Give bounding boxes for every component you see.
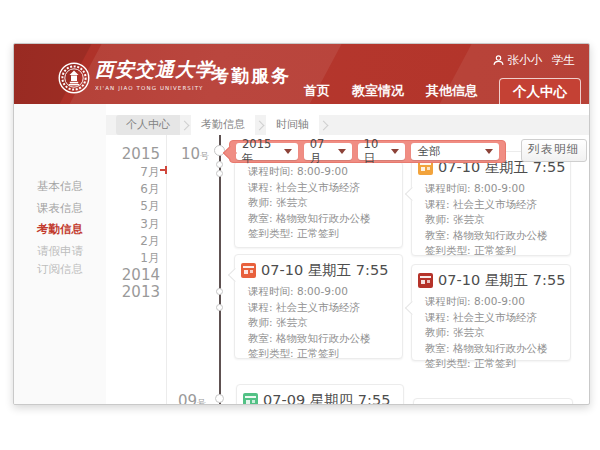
calendar-icon (243, 393, 258, 405)
timeline-year[interactable]: 2015 (104, 145, 160, 163)
day-marker: 09号 (178, 391, 206, 405)
attendance-card[interactable]: 07-10 星期五 7:55 课程时间: 8:00-9:00 课程: 社会主义市… (234, 254, 403, 359)
banner-arrow (223, 146, 237, 160)
nav-item-other-info[interactable]: 其他信息 (415, 79, 489, 104)
timeline-month[interactable]: 6月 (104, 181, 160, 198)
user-menu[interactable]: 张小小 学生 (493, 53, 576, 68)
breadcrumb-personal-center[interactable]: 个人中心 (116, 115, 180, 135)
user-role: 学生 (552, 53, 575, 68)
chevron-right-icon (180, 120, 190, 130)
sidebar: 基本信息 课表信息 考勤信息 请假申请 订阅信息 (14, 104, 106, 404)
sidebar-item-schedule-info[interactable]: 课表信息 (14, 201, 106, 216)
timeline-month[interactable]: 3月 (104, 216, 160, 233)
timeline-year[interactable]: 2014 (104, 266, 160, 284)
current-month-marker (165, 166, 167, 174)
card-title: 07-10 星期五 7:55 (438, 271, 565, 290)
timeline-month[interactable]: 2月 (104, 233, 160, 250)
timeline-node (216, 288, 223, 295)
attendance-card[interactable]: 07-10 星期五 7:55 课程时间: 8:00-9:00 课程: 社会主义市… (411, 264, 571, 361)
attendance-card[interactable]: 课程时间: 8:00-9:00 课程: 社会主义市场经济 教师: 张芸京 教室:… (234, 161, 403, 248)
breadcrumb-attendance-info[interactable]: 考勤信息 (191, 115, 255, 135)
page-title: 考勤服务 (211, 64, 291, 88)
app-header: 西安交通大学 XI'AN JIAO TONG UNIVERSITY 考勤服务 张… (14, 44, 589, 104)
day-marker: 10号 (181, 144, 209, 163)
timeline-node (216, 304, 223, 311)
attendance-card[interactable]: 07-10 星期五 7:55 课程时间: 8:00-9:00 课程: 社会主义市… (411, 151, 571, 256)
month-select[interactable]: 07月 (304, 143, 352, 160)
university-logo (58, 62, 90, 98)
list-detail-button[interactable]: 列表明细 (521, 139, 587, 162)
app-window: 西安交通大学 XI'AN JIAO TONG UNIVERSITY 考勤服务 张… (13, 43, 590, 405)
person-icon (493, 55, 504, 66)
card-title: 07-10 星期五 7:55 (261, 261, 388, 280)
nav-item-personal-center[interactable]: 个人中心 (499, 78, 581, 104)
sidebar-item-basic-info[interactable]: 基本信息 (14, 179, 106, 194)
caret-down-icon (284, 149, 292, 154)
calendar-icon (241, 263, 256, 278)
day-select[interactable]: 10日 (358, 143, 406, 160)
sidebar-item-attendance-info[interactable]: 考勤信息 (14, 222, 106, 237)
timeline-node (215, 394, 224, 403)
timeline-node (216, 161, 223, 168)
main-nav: 首页 教室情况 其他信息 个人中心 (293, 78, 581, 104)
user-name: 张小小 (508, 53, 543, 68)
sidebar-item-subscription-info[interactable]: 订阅信息 (14, 262, 106, 277)
card-title: 07-09 星期四 7:55 (263, 391, 390, 405)
chevron-right-icon (255, 120, 265, 130)
caret-down-icon (391, 149, 399, 154)
university-name-en: XI'AN JIAO TONG UNIVERSITY (95, 85, 215, 91)
timeline-year[interactable]: 2013 (104, 283, 160, 301)
university-name-cn: 西安交通大学 (95, 57, 215, 83)
timeline-node (216, 170, 223, 177)
university-name: 西安交通大学 XI'AN JIAO TONG UNIVERSITY (95, 57, 215, 91)
nav-item-classrooms[interactable]: 教室情况 (341, 79, 415, 104)
timeline-month[interactable]: 1月 (104, 250, 160, 267)
breadcrumb-timeline[interactable]: 时间轴 (266, 115, 319, 135)
sidebar-item-leave-request[interactable]: 请假申请 (14, 244, 106, 259)
vertical-divider (166, 135, 167, 404)
timeline-month[interactable]: 7月 (104, 164, 160, 181)
timeline-month[interactable]: 5月 (104, 198, 160, 215)
type-select[interactable]: 全部 (411, 143, 499, 160)
year-select[interactable]: 2015年 (236, 143, 298, 160)
caret-down-icon (338, 149, 346, 154)
caret-down-icon (485, 149, 493, 154)
calendar-icon (418, 273, 433, 288)
attendance-card[interactable]: 07-09 星期四 7:55 (236, 384, 404, 405)
chevron-right-icon (319, 120, 329, 130)
breadcrumb: 个人中心 考勤信息 时间轴 (106, 115, 589, 135)
filter-banner: 2015年 07月 10日 全部 (229, 140, 506, 163)
attendance-card-clipped (413, 398, 573, 405)
nav-item-home[interactable]: 首页 (293, 79, 341, 104)
